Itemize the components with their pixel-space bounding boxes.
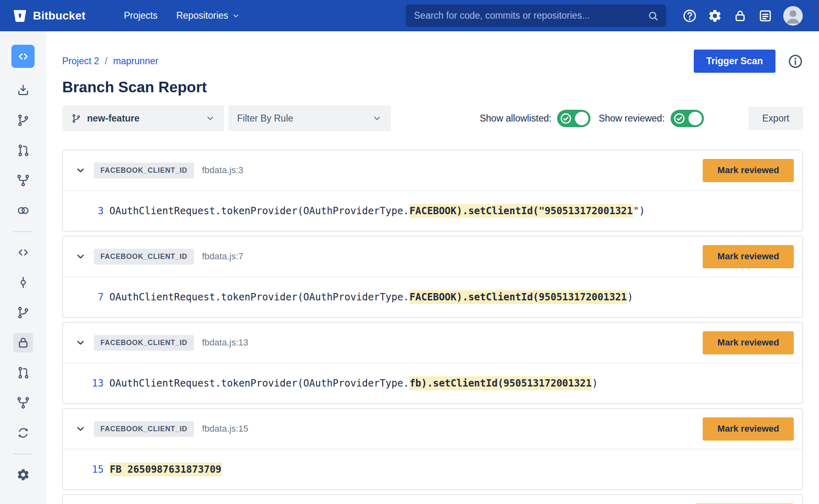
- sidebar-item-forks[interactable]: [13, 171, 33, 190]
- secret-highlight: FACEBOOK).setClientId("950513172001321: [409, 204, 633, 218]
- settings-button[interactable]: [708, 9, 722, 23]
- sidebar-item-commits[interactable]: [13, 273, 33, 292]
- page-title: Branch Scan Report: [62, 79, 803, 96]
- show-reviewed-toggle[interactable]: [671, 110, 704, 127]
- file-location: fbdata.js:15: [202, 424, 248, 434]
- collapse-button[interactable]: [75, 424, 86, 434]
- environments-icon: [16, 204, 30, 217]
- global-search[interactable]: [406, 4, 666, 27]
- code-line: OAuthClientRequest.tokenProvider(OAuthPr…: [109, 291, 633, 303]
- sidebar-item-settings[interactable]: [13, 465, 33, 484]
- code-line: OAuthClientRequest.tokenProvider(OAuthPr…: [109, 378, 598, 389]
- mark-reviewed-button[interactable]: Mark reviewed: [703, 245, 794, 268]
- secret-highlight: fb).setClientId(950513172001321: [409, 376, 592, 390]
- left-sidebar: [0, 31, 46, 504]
- pull-request-icon: [16, 366, 30, 380]
- nav-repositories-label: Repositories: [176, 10, 228, 21]
- sidebar-item-branches[interactable]: [13, 111, 33, 130]
- fork-icon: [16, 174, 30, 187]
- finding-card: FACEBOOK_CLIENT_ID fbdata.js:7 Mark revi…: [62, 236, 803, 318]
- chevron-down-icon: [75, 424, 86, 434]
- show-allowlisted-label: Show allowlisted:: [480, 113, 551, 124]
- chevron-down-icon: [372, 113, 382, 123]
- mark-reviewed-button[interactable]: Mark reviewed: [703, 159, 794, 182]
- code-icon: [16, 245, 30, 259]
- security-button[interactable]: [733, 9, 747, 23]
- branch-icon: [16, 113, 30, 127]
- sidebar-item-source[interactable]: [13, 243, 33, 262]
- rule-badge: FACEBOOK_CLIENT_ID: [94, 249, 194, 265]
- breadcrumb-repo-link[interactable]: maprunner: [113, 56, 158, 67]
- rule-dropdown-value: Filter By Rule: [237, 113, 293, 124]
- export-button[interactable]: Export: [749, 107, 803, 130]
- sidebar-item-pull-requests[interactable]: [13, 141, 33, 160]
- secret-highlight: FB 2650987631873709: [109, 463, 222, 476]
- file-location: fbdata.js:7: [202, 251, 244, 262]
- brand-name: Bitbucket: [33, 9, 85, 22]
- chevron-down-icon: [75, 165, 86, 176]
- sync-icon: [16, 426, 30, 440]
- trigger-scan-button[interactable]: Trigger Scan: [694, 50, 775, 73]
- pull-request-icon: [16, 143, 30, 157]
- chevron-down-icon: [232, 12, 240, 20]
- line-number: 15: [63, 464, 104, 475]
- help-button[interactable]: [682, 9, 697, 23]
- breadcrumb-project-link[interactable]: Project 2: [62, 56, 99, 67]
- repo-avatar[interactable]: [11, 45, 35, 68]
- top-nav: Bitbucket Projects Repositories: [0, 0, 819, 31]
- check-icon: [560, 112, 572, 125]
- file-location: fbdata.js:13: [202, 337, 248, 348]
- finding-card-partial: [62, 494, 803, 504]
- finding-card: FACEBOOK_CLIENT_ID fbdata.js:3 Mark revi…: [62, 150, 803, 232]
- rule-filter-dropdown[interactable]: Filter By Rule: [228, 105, 391, 131]
- mark-reviewed-button[interactable]: Mark reviewed: [703, 417, 794, 441]
- branch-dropdown-value: new-feature: [87, 113, 139, 124]
- sidebar-item-pull-requests-2[interactable]: [13, 363, 33, 382]
- rule-badge: FACEBOOK_CLIENT_ID: [94, 163, 194, 178]
- show-allowlisted-toggle[interactable]: [557, 110, 590, 127]
- branch-dropdown[interactable]: new-feature: [62, 105, 224, 131]
- help-icon: [682, 9, 697, 23]
- user-avatar[interactable]: [783, 6, 803, 26]
- line-number: 13: [63, 378, 104, 389]
- finding-card: FACEBOOK_CLIENT_ID fbdata.js:15 Mark rev…: [62, 408, 803, 490]
- secret-highlight: FACEBOOK).setClientId(950513172001321: [409, 290, 627, 304]
- rule-badge: FACEBOOK_CLIENT_ID: [94, 421, 194, 437]
- gear-icon: [708, 9, 722, 23]
- sidebar-item-pipelines[interactable]: [13, 423, 33, 443]
- sidebar-divider: [14, 454, 33, 454]
- notes-button[interactable]: [758, 9, 773, 23]
- sidebar-item-branch-list[interactable]: [13, 303, 33, 322]
- sidebar-item-clone[interactable]: [13, 80, 33, 100]
- search-icon: [647, 10, 659, 22]
- filter-bar: new-feature Filter By Rule Show allowlis…: [62, 105, 803, 131]
- bitbucket-home-link[interactable]: Bitbucket: [12, 8, 85, 24]
- finding-card: FACEBOOK_CLIENT_ID fbdata.js:13 Mark rev…: [62, 322, 803, 404]
- sidebar-item-environments[interactable]: [13, 201, 33, 220]
- collapse-button[interactable]: [75, 165, 86, 176]
- chevron-down-icon: [205, 113, 215, 123]
- collapse-button[interactable]: [75, 251, 86, 262]
- nav-projects[interactable]: Projects: [124, 10, 157, 21]
- chevron-down-icon: [75, 251, 86, 262]
- person-icon: [783, 6, 803, 26]
- mark-reviewed-button[interactable]: Mark reviewed: [703, 331, 794, 354]
- nav-projects-label: Projects: [124, 10, 157, 21]
- lock-icon: [733, 9, 747, 23]
- sidebar-item-fork-list[interactable]: [13, 393, 33, 413]
- download-icon: [16, 83, 30, 97]
- check-icon: [673, 112, 686, 125]
- sidebar-divider: [14, 231, 33, 232]
- search-input[interactable]: [414, 10, 647, 21]
- toggle-knob: [688, 112, 702, 125]
- main-content: Project 2 / maprunner Trigger Scan Branc…: [46, 31, 819, 504]
- collapse-button[interactable]: [75, 337, 86, 348]
- nav-repositories[interactable]: Repositories: [176, 10, 240, 21]
- lock-icon: [16, 336, 30, 350]
- breadcrumb-separator: /: [105, 56, 107, 67]
- gear-icon: [16, 468, 30, 482]
- fork-icon: [16, 396, 30, 410]
- commit-icon: [16, 276, 30, 289]
- sidebar-item-security-scan[interactable]: [13, 333, 33, 352]
- info-button[interactable]: [788, 54, 803, 69]
